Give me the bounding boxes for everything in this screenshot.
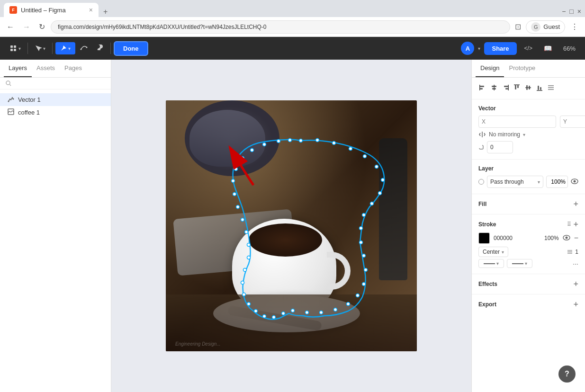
remove-stroke-button[interactable]: −: [574, 234, 578, 242]
address-bar[interactable]: figma.com/design/mHy69ikdLNTMt8pKdADXXU/…: [51, 20, 510, 34]
svg-rect-55: [480, 88, 483, 89]
blend-mode-dropdown[interactable]: Pass through ▾: [487, 176, 543, 188]
stroke-grid-button[interactable]: ⠿: [567, 220, 571, 229]
align-left-button[interactable]: [477, 82, 488, 94]
svg-rect-71: [537, 90, 542, 91]
align-top-button[interactable]: [512, 82, 522, 94]
align-center-v-button[interactable]: [523, 82, 533, 94]
stroke-hex-value: 000000: [494, 235, 538, 241]
avatar-button[interactable]: A: [461, 42, 474, 55]
effects-title: Effects: [478, 281, 497, 287]
vector-layer-item[interactable]: Vector 1: [0, 93, 111, 106]
zoom-button[interactable]: 66%: [559, 42, 579, 55]
profile-avatar: G: [531, 22, 540, 32]
svg-point-76: [574, 180, 576, 183]
align-center-h-button[interactable]: [489, 82, 499, 94]
vector-layer-icon: [8, 96, 14, 104]
stroke-pos-arrow: ▾: [502, 249, 504, 255]
pen-tool-button[interactable]: ▾: [55, 42, 75, 54]
tab-close-icon[interactable]: ×: [89, 6, 93, 14]
add-export-button[interactable]: +: [573, 300, 578, 309]
x-input[interactable]: [478, 116, 556, 128]
reload-button[interactable]: ↻: [36, 20, 48, 33]
svg-rect-60: [504, 86, 508, 87]
toolbar-separator-2: [52, 43, 53, 54]
layer-visibility-button[interactable]: [571, 178, 578, 186]
coffee-layer-item[interactable]: coffee 1: [0, 106, 111, 119]
fill-title: Fill: [478, 201, 486, 207]
stroke-visibility-button[interactable]: [563, 235, 570, 242]
toolbar-separator-1: [27, 43, 28, 54]
corner-radius-input[interactable]: [487, 141, 513, 153]
main-menu-button[interactable]: ▾: [6, 42, 25, 55]
image-layer-icon: [8, 108, 14, 116]
search-bar[interactable]: [0, 78, 111, 89]
stroke-position-dropdown[interactable]: Center ▾: [478, 247, 508, 257]
paint-tool-button[interactable]: [92, 41, 108, 56]
canvas-area[interactable]: Engineering Design...: [111, 60, 471, 392]
svg-point-9: [13, 98, 14, 100]
stroke-color-swatch[interactable]: [478, 232, 490, 244]
y-input[interactable]: [560, 116, 585, 128]
align-right-button[interactable]: [500, 82, 511, 94]
distribute-button[interactable]: [546, 82, 556, 94]
blend-dropdown-arrow: ▾: [538, 179, 540, 185]
code-view-button[interactable]: </>: [521, 42, 536, 54]
vector-layer-name: Vector 1: [18, 96, 41, 103]
bookmark-button[interactable]: ⊡: [513, 20, 523, 33]
svg-rect-1: [14, 45, 16, 48]
stroke-section: Stroke ⠿ + 000000 100% − Center: [472, 214, 585, 274]
help-button[interactable]: ?: [558, 365, 576, 383]
stroke-weight-icon: [567, 249, 573, 255]
share-button[interactable]: Share: [484, 42, 516, 55]
add-stroke-button[interactable]: +: [573, 220, 578, 229]
corner-radius-icon: [478, 144, 484, 150]
active-tab[interactable]: F Untitled – Figma ×: [4, 3, 99, 17]
design-tab[interactable]: Design: [476, 60, 504, 77]
export-section: Export +: [472, 294, 585, 314]
right-panel: Design Prototype: [471, 60, 585, 392]
minimize-button[interactable]: −: [562, 8, 566, 15]
forward-button[interactable]: →: [20, 21, 33, 33]
layers-tab[interactable]: Layers: [4, 60, 32, 77]
maximize-button[interactable]: □: [569, 8, 573, 15]
stroke-more-button[interactable]: ···: [573, 260, 578, 267]
stroke-end-style-button[interactable]: ▾: [507, 259, 532, 268]
stroke-line-style-button[interactable]: ▾: [478, 259, 504, 268]
toolbar-right: A ▾ Share </> 📖 66%: [461, 42, 579, 55]
layers-list: Vector 1 coffee 1: [0, 89, 111, 123]
add-effect-button[interactable]: +: [573, 280, 578, 288]
stroke-position-label: Center: [483, 249, 500, 255]
svg-point-5: [86, 47, 88, 48]
stroke-weight-value: 1: [575, 249, 578, 255]
svg-rect-62: [508, 85, 509, 90]
tab-favicon: F: [9, 6, 17, 14]
close-button[interactable]: ×: [577, 8, 581, 15]
svg-rect-70: [540, 87, 541, 90]
canvas-frame: Engineering Design...: [166, 100, 417, 351]
tab-title: Untitled – Figma: [21, 7, 66, 14]
more-options-button[interactable]: ⋮: [568, 20, 581, 33]
prototype-tab[interactable]: Prototype: [504, 60, 540, 77]
done-button[interactable]: Done: [114, 41, 148, 56]
panel-tabs: Layers Assets Pages: [0, 60, 111, 78]
svg-rect-59: [494, 85, 495, 90]
add-fill-button[interactable]: +: [573, 200, 578, 208]
figma-toolbar: ▾ ▾ ▾ Done A ▾ Share </> 📖 66%: [0, 37, 585, 60]
svg-rect-54: [480, 86, 484, 87]
layer-title: Layer: [478, 165, 578, 172]
align-bottom-button[interactable]: [534, 82, 545, 94]
docs-button[interactable]: 📖: [540, 42, 556, 55]
svg-rect-61: [505, 88, 508, 89]
pages-tab[interactable]: Pages: [60, 60, 87, 77]
back-button[interactable]: ←: [4, 21, 17, 33]
assets-tab[interactable]: Assets: [32, 60, 60, 77]
vector-section: Vector No mirroring ▾: [472, 99, 585, 160]
profile-button[interactable]: G Guest: [526, 20, 565, 34]
move-tool-button[interactable]: ▾: [31, 42, 49, 55]
coffee-image: Engineering Design...: [166, 100, 417, 351]
opacity-input[interactable]: [546, 176, 568, 188]
new-tab-button[interactable]: +: [99, 7, 111, 17]
curve-tool-button[interactable]: [76, 41, 91, 56]
vector-title: Vector: [478, 105, 578, 112]
